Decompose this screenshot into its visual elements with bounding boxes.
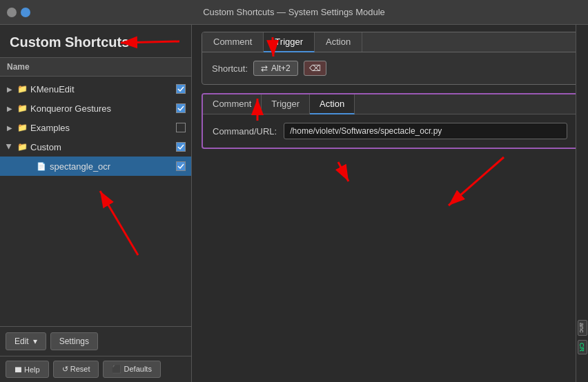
command-label: Command/URL: (213, 126, 277, 137)
checkbox-spectangle[interactable] (176, 161, 186, 171)
cancel-partial-button[interactable]: anc (578, 320, 587, 336)
shortcut-label: Shortcut: (212, 63, 248, 74)
tree-item-examples[interactable]: ▶ 📁 Examples (0, 118, 191, 137)
inner-tab-group: Comment Trigger Action Command/URL: (202, 93, 578, 149)
shortcut-row: Shortcut: ⇄ Alt+2 ⌫ (212, 61, 568, 76)
ocr-partial-button[interactable]: CR (578, 340, 587, 354)
item-label-custom: Custom (30, 142, 173, 152)
inner-tab-content: Command/URL: (203, 114, 577, 148)
folder-icon-konqueror: 📁 (17, 103, 28, 114)
file-icon-spectangle: 📄 (36, 161, 47, 172)
folder-icon-examples: 📁 (17, 122, 28, 133)
shortcut-button[interactable]: ⇄ Alt+2 (253, 61, 298, 76)
expand-arrow-kmenudit: ▶ (6, 85, 14, 93)
inner-tab-trigger[interactable]: Trigger (262, 94, 310, 114)
tab-trigger[interactable]: Trigger (264, 32, 315, 52)
tree-container: ▶ 📁 KMenuEdit ▶ 📁 Konqueror Gestures ▶ � (0, 77, 191, 326)
title-bar: Custom Shortcuts — System Settings Modul… (0, 0, 588, 25)
maximize-button[interactable] (21, 8, 30, 17)
checkbox-custom[interactable] (176, 142, 186, 152)
outer-tab-header: Comment Trigger Action (202, 32, 578, 52)
checkbox-examples[interactable] (176, 123, 186, 132)
defaults-button[interactable]: ⬛ Defaults (103, 361, 160, 378)
window-controls (7, 8, 30, 17)
tree-item-spectangle-ocr[interactable]: 📄 spectangle_ocr (0, 157, 191, 176)
shortcut-value: Alt+2 (271, 63, 291, 73)
shortcut-icon: ⇄ (261, 63, 268, 73)
tree-item-kmenudit[interactable]: ▶ 📁 KMenuEdit (0, 79, 191, 99)
expand-arrow-custom: ▶ (6, 143, 14, 151)
help-button[interactable]: ⯀ Help (6, 361, 49, 378)
content-area: Comment Trigger Action Shortcut: ⇄ Alt+2… (192, 25, 588, 382)
inner-tab-action[interactable]: Action (310, 94, 355, 114)
tree-item-custom[interactable]: ▶ 📁 Custom (0, 137, 191, 157)
inner-tab-comment[interactable]: Comment (203, 94, 262, 114)
item-label-examples: Examples (30, 123, 173, 133)
expand-arrow-konqueror: ▶ (6, 104, 14, 112)
outer-tab-group: Comment Trigger Action Shortcut: ⇄ Alt+2… (202, 32, 578, 85)
reset-button[interactable]: ↺ Reset (53, 361, 99, 378)
right-edge-panel: anc CR (576, 25, 588, 382)
column-header: Name (0, 58, 191, 77)
outer-tab-content: Shortcut: ⇄ Alt+2 ⌫ (202, 52, 578, 84)
folder-icon-kmenudit: 📁 (17, 83, 28, 94)
item-label-konqueror: Konqueror Gestures (30, 103, 173, 114)
tab-comment[interactable]: Comment (202, 32, 264, 52)
checkbox-konqueror[interactable] (176, 103, 186, 113)
tree-item-konqueror[interactable]: ▶ 📁 Konqueror Gestures (0, 99, 191, 118)
command-input[interactable] (284, 123, 567, 139)
sidebar-bottom-bar: ⯀ Help ↺ Reset ⬛ Defaults (0, 356, 191, 382)
sidebar-title: Custom Shortcuts (0, 25, 191, 58)
window-title: Custom Shortcuts — System Settings Modul… (203, 7, 385, 17)
minimize-button[interactable] (7, 8, 17, 17)
checkbox-kmenudit[interactable] (176, 84, 186, 94)
shortcut-clear-button[interactable]: ⌫ (304, 61, 326, 76)
expand-arrow-examples: ▶ (6, 123, 14, 132)
sidebar-footer: Edit Settings (0, 326, 191, 356)
sidebar: Custom Shortcuts Name ▶ 📁 KMenuEdit ▶ 📁 … (0, 25, 192, 382)
settings-button[interactable]: Settings (50, 332, 98, 350)
item-label-kmenudit: KMenuEdit (30, 84, 173, 94)
inner-tab-header: Comment Trigger Action (203, 94, 577, 114)
item-label-spectangle: spectangle_ocr (50, 161, 173, 172)
command-row: Command/URL: (213, 123, 567, 139)
edit-button[interactable]: Edit (6, 332, 46, 350)
folder-icon-custom: 📁 (17, 141, 28, 152)
main-layout: Custom Shortcuts Name ▶ 📁 KMenuEdit ▶ 📁 … (0, 25, 588, 382)
tab-action[interactable]: Action (315, 32, 362, 52)
